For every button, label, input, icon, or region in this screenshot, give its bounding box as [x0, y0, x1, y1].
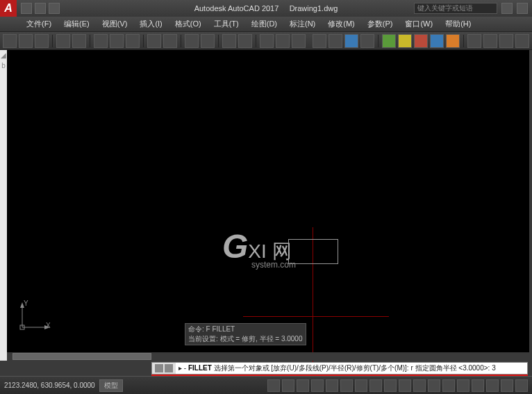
- ucs-icon: Y X: [17, 302, 51, 333]
- tb-redo-icon[interactable]: [163, 34, 177, 48]
- menu-window[interactable]: 窗口(W): [399, 17, 438, 31]
- menu-view[interactable]: 视图(V): [97, 17, 133, 31]
- tb-preview-icon[interactable]: [72, 34, 86, 48]
- st-custom-icon[interactable]: [515, 379, 528, 392]
- menu-edit[interactable]: 编辑(E): [58, 17, 95, 31]
- qat-open-icon[interactable]: [35, 3, 46, 14]
- qat-new-icon[interactable]: [21, 3, 32, 14]
- app-name: Autodesk AutoCAD 2017: [194, 4, 279, 13]
- tb-render-red-icon[interactable]: [414, 34, 428, 48]
- gutter-glyph2: b: [0, 60, 7, 71]
- tb-r3-icon[interactable]: [499, 34, 513, 48]
- st-anno-icon[interactable]: [413, 379, 426, 392]
- tb-vs1-icon[interactable]: [313, 34, 326, 48]
- st-ducs-icon[interactable]: [355, 379, 367, 392]
- ucs-y-label: Y: [24, 299, 28, 307]
- scroll-thumb[interactable]: [13, 353, 151, 360]
- quick-access-toolbar: [21, 3, 60, 14]
- st-model-icon[interactable]: [399, 379, 411, 392]
- cmd-history-line-1: 当前设置: 模式 = 修剪, 半径 = 3.0000: [188, 334, 303, 344]
- file-name: Drawing1.dwg: [290, 4, 338, 13]
- tb-r1-icon[interactable]: [467, 34, 481, 48]
- tb-vs-blue-icon[interactable]: [344, 34, 358, 48]
- st-hw-icon[interactable]: [486, 379, 499, 392]
- model-tab[interactable]: 模型: [99, 379, 123, 392]
- cmd-text: 选择第一个对象或 [放弃(U)/多段线(P)/半径(R)/修剪(T)/多个(M)…: [214, 364, 496, 372]
- cmd-name: FILLET: [188, 364, 212, 372]
- tb-render-green-icon[interactable]: [382, 34, 396, 48]
- tb-pan-icon[interactable]: [185, 34, 199, 48]
- tb-render-orange-icon[interactable]: [446, 34, 460, 48]
- st-lwt-icon[interactable]: [384, 379, 397, 392]
- tb-r2-icon[interactable]: [483, 34, 497, 48]
- coordinates: 2123.2480, 630.9654, 0.0000: [4, 381, 95, 389]
- ucs-x-label: X: [46, 322, 51, 329]
- st-monitor-icon[interactable]: [457, 379, 469, 392]
- cmd-recent-icon[interactable]: [165, 364, 173, 372]
- gutter-glyph1: ◢: [0, 50, 7, 60]
- left-gutter: ◢ b: [0, 50, 7, 361]
- info-search-input[interactable]: 键入关键字或短语: [414, 3, 497, 14]
- menu-bar: 文件(F) 编辑(E) 视图(V) 插入(I) 格式(O) 工具(T) 绘图(D…: [0, 17, 532, 32]
- st-clean-icon[interactable]: [501, 379, 513, 392]
- st-ortho-icon[interactable]: [297, 379, 309, 392]
- menu-draw[interactable]: 绘图(D): [246, 17, 283, 31]
- st-snap-icon[interactable]: [282, 379, 294, 392]
- tb-vs2-icon[interactable]: [329, 34, 342, 48]
- sign-in-icon[interactable]: [501, 3, 513, 14]
- menu-insert[interactable]: 插入(I): [134, 17, 167, 31]
- selection-pickbox: [288, 239, 338, 264]
- tb-undo-icon[interactable]: [147, 34, 161, 48]
- watermark-g: G: [222, 228, 248, 265]
- main-toolbar: [0, 32, 532, 50]
- tb-props-icon[interactable]: [238, 34, 252, 48]
- tb-vs4-icon[interactable]: [360, 34, 374, 48]
- tb-layer-icon[interactable]: [222, 34, 236, 48]
- cmd-close-icon[interactable]: [155, 364, 163, 372]
- tb-r4-icon[interactable]: [515, 34, 529, 48]
- watermark: GXI 网 system.com: [222, 227, 296, 270]
- qat-save-icon[interactable]: [49, 3, 60, 14]
- menu-parametric[interactable]: 参数(P): [362, 17, 399, 31]
- st-dyn-icon[interactable]: [369, 379, 382, 392]
- crosshair-horizontal: [243, 316, 389, 317]
- menu-format[interactable]: 格式(O): [169, 17, 207, 31]
- tb-cut-icon[interactable]: [94, 34, 108, 48]
- command-prompt[interactable]: ▸ - FILLET 选择第一个对象或 [放弃(U)/多段线(P)/半径(R)/…: [176, 363, 527, 373]
- tb-misc3-icon[interactable]: [292, 34, 306, 48]
- cmd-history-line-0: 命令: F FILLET: [188, 325, 303, 334]
- tb-render-yellow-icon[interactable]: [398, 34, 412, 48]
- drawing-area[interactable]: GXI 网 system.com Y X 命令: F FILLET 当前设置: …: [7, 50, 529, 361]
- tb-render-blue-icon[interactable]: [430, 34, 444, 48]
- st-otrack-icon[interactable]: [340, 379, 353, 392]
- horizontal-scrollbar[interactable]: [7, 352, 529, 361]
- st-iso-icon[interactable]: [472, 379, 484, 392]
- st-grid-icon[interactable]: [267, 379, 280, 392]
- tb-misc1-icon[interactable]: [260, 34, 274, 48]
- command-line[interactable]: ▸ - FILLET 选择第一个对象或 [放弃(U)/多段线(P)/半径(R)/…: [151, 362, 528, 375]
- menu-modify[interactable]: 修改(M): [322, 17, 360, 31]
- st-ws-icon[interactable]: [442, 379, 455, 392]
- tb-copy-icon[interactable]: [110, 34, 124, 48]
- st-osnap-icon[interactable]: [326, 379, 338, 392]
- tb-misc2-icon[interactable]: [276, 34, 290, 48]
- help-icon[interactable]: [517, 3, 528, 14]
- status-bar: 2123.2480, 630.9654, 0.0000 模型: [0, 376, 532, 394]
- tb-paste-icon[interactable]: [126, 34, 140, 48]
- app-logo[interactable]: A: [0, 0, 17, 17]
- window-title: Autodesk AutoCAD 2017 Drawing1.dwg: [194, 4, 338, 13]
- watermark-rest: XI 网: [248, 240, 291, 262]
- command-history: 命令: F FILLET 当前设置: 模式 = 修剪, 半径 = 3.0000: [185, 323, 306, 345]
- tb-zoom-icon[interactable]: [201, 34, 215, 48]
- menu-help[interactable]: 帮助(H): [440, 17, 476, 31]
- st-scale-icon[interactable]: [428, 379, 440, 392]
- st-polar-icon[interactable]: [311, 379, 324, 392]
- menu-dimension[interactable]: 标注(N): [284, 17, 321, 31]
- tb-print-icon[interactable]: [56, 34, 70, 48]
- tb-save-icon[interactable]: [35, 34, 49, 48]
- tb-new-icon[interactable]: [3, 34, 17, 48]
- title-bar: A Autodesk AutoCAD 2017 Drawing1.dwg 键入关…: [0, 0, 532, 17]
- menu-file[interactable]: 文件(F): [21, 17, 57, 31]
- menu-tools[interactable]: 工具(T): [208, 17, 244, 31]
- tb-open-icon[interactable]: [19, 34, 33, 48]
